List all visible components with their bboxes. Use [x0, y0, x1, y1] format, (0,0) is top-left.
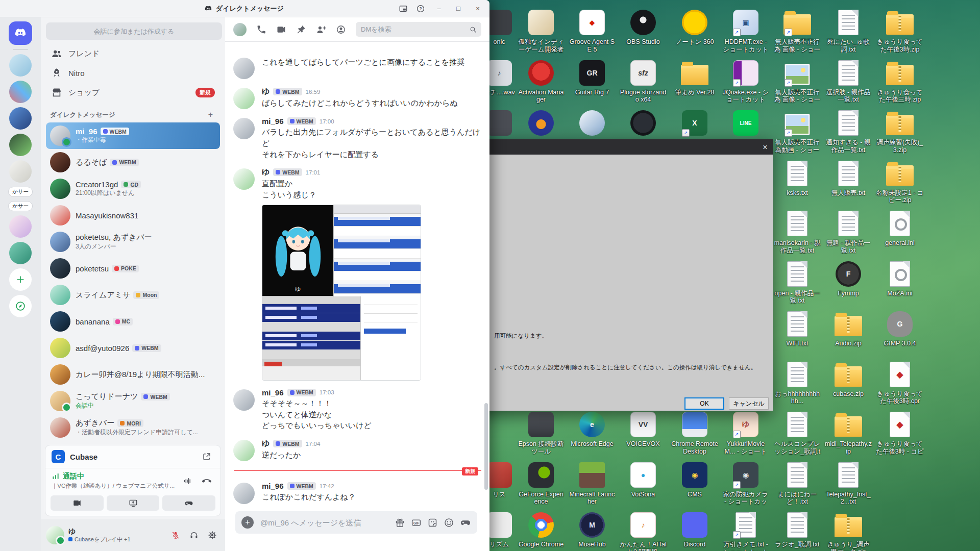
desktop-icon[interactable]: Chrome Remote Desktop — [670, 409, 719, 460]
desktop-icon[interactable]: Telepathy_Inst_2...txt — [824, 460, 873, 510]
message-avatar[interactable] — [233, 168, 255, 190]
desktop-icon[interactable]: 無人販売不正行為 画像 - ショートカッ... — [773, 7, 822, 58]
dm-item[interactable]: mi_96 WEBM ・作業中毒 — [46, 122, 220, 149]
close-button[interactable]: × — [469, 2, 486, 15]
message-author[interactable]: mi_96 — [262, 388, 284, 397]
dialog-close-button[interactable]: × — [757, 139, 773, 155]
sidebar-item-shop[interactable]: ショップ 新規 — [46, 83, 220, 102]
conversation-search-input[interactable] — [46, 22, 222, 40]
desktop-icon[interactable]: 選択肢 - 親作品一覧.txt — [824, 58, 873, 108]
discord-titlebar[interactable]: ダイレクトメッセージ ? – □ × — [0, 0, 489, 17]
message-author[interactable]: mi_96 — [262, 482, 284, 490]
desktop-icon[interactable]: general.ini — [875, 208, 924, 259]
dm-item[interactable]: スライムアミサ Moon — [46, 282, 220, 308]
pip-icon[interactable] — [396, 3, 411, 15]
dm-item[interactable]: こってりドーナツ WEBM 会話中 — [46, 388, 220, 414]
desktop-icon[interactable]: Activation Manager — [517, 58, 566, 108]
screenshare-button[interactable] — [107, 495, 160, 511]
desktop-icon[interactable]: ● VoiSona — [619, 460, 668, 510]
desktop-icon[interactable]: きゅうり食ってた午後三時.zip — [875, 58, 924, 108]
dm-item[interactable]: るるそば WEBM — [46, 149, 220, 176]
message-avatar[interactable] — [233, 58, 255, 79]
message-input[interactable] — [259, 518, 389, 528]
sidebar-item-nitro[interactable]: Nitro — [46, 63, 220, 83]
apps-gamepad-icon[interactable] — [460, 517, 471, 528]
server-icon[interactable]: かサー — [8, 187, 33, 197]
desktop-icon[interactable]: 無人販売不正行為動画 - ショートカット — [773, 108, 822, 158]
desktop-icon[interactable]: JQuake.exe - ショートカット — [721, 58, 770, 108]
desktop-icon[interactable]: ksks.txt — [773, 158, 822, 209]
desktop-icon[interactable]: ヘルスコンプレッション_歌詞.txt — [773, 409, 822, 460]
attach-file-icon[interactable]: + — [241, 516, 254, 529]
desktop-icon[interactable]: F Fymmp — [824, 259, 873, 309]
message-author[interactable]: mi_96 — [262, 117, 284, 126]
start-call-icon[interactable] — [256, 24, 266, 35]
desktop-icon[interactable]: 無題 - 親作品一覧.txt — [824, 208, 873, 259]
desktop-icon[interactable]: Google Chrome — [517, 510, 566, 551]
settings-gear-icon[interactable] — [205, 528, 220, 542]
desktop-icon[interactable]: 万引きメモ.txt - ショートカット — [721, 510, 770, 551]
image-attachment[interactable]: ゆ — [262, 205, 421, 381]
pinned-messages-icon[interactable] — [296, 24, 306, 35]
dm-search-input[interactable] — [360, 25, 466, 34]
desktop-icon[interactable]: 名称未設定1 - コピー.zip — [875, 158, 924, 209]
add-friends-to-dm-icon[interactable] — [316, 24, 326, 35]
maximize-button[interactable]: □ — [450, 2, 467, 15]
desktop-icon[interactable]: GR Guitar Rig 7 — [568, 58, 617, 108]
dm-item[interactable]: bananana MC — [46, 308, 220, 335]
desktop-icon[interactable]: きゅうり食ってた午後3時.zip — [875, 7, 924, 58]
desktop-icon[interactable]: 孤独なインディーゲーム開発者の一生 — [517, 7, 566, 58]
server-icon[interactable] — [9, 81, 32, 103]
home-button[interactable] — [9, 21, 32, 45]
desktop-icon[interactable]: WIFI.txt — [773, 309, 822, 359]
soundboard-icon[interactable] — [180, 474, 195, 488]
desktop-icon[interactable]: ◆ Groove Agent SE 5 — [568, 7, 617, 58]
desktop-icon[interactable]: きゅうり_調声用データ.zip — [824, 510, 873, 551]
desktop-icon[interactable]: ラジオ_歌詞.txt — [773, 510, 822, 551]
desktop-icon[interactable]: Audio.zip — [824, 309, 873, 359]
gif-icon[interactable]: GIF — [411, 517, 422, 528]
ok-button[interactable]: OK — [684, 397, 724, 410]
chat-scrollbar[interactable] — [484, 403, 488, 490]
desktop-icon[interactable]: 死にたい_ゅ歌詞.txt — [824, 7, 873, 58]
dm-item[interactable]: Creator13gd GD 21:00以降はいません — [46, 176, 220, 202]
sticker-icon[interactable] — [427, 517, 438, 528]
message-avatar[interactable] — [233, 88, 255, 109]
message-author[interactable]: ゆ — [262, 439, 270, 448]
desktop-icon[interactable]: open - 親作品一覧.txt — [773, 259, 822, 309]
dm-search-box[interactable] — [356, 22, 481, 37]
mic-muted-icon[interactable] — [168, 528, 183, 542]
desktop-icon[interactable]: sfz Plogue sforzando x64 — [619, 58, 668, 108]
disconnect-call-icon[interactable] — [199, 474, 214, 488]
server-icon[interactable] — [9, 134, 32, 156]
desktop-icon[interactable]: MoZA.ini — [875, 259, 924, 309]
desktop-icon[interactable]: まにはにわーど！.txt — [773, 460, 822, 510]
emoji-icon[interactable] — [444, 517, 454, 528]
desktop-icon[interactable]: Minecraft Launcher — [568, 460, 617, 510]
create-dm-button[interactable]: + — [205, 110, 216, 119]
dm-item[interactable]: あずきバー MORI ・活動者様以外限定フレンド申請許可して... — [46, 414, 220, 441]
message-avatar[interactable] — [233, 483, 255, 504]
desktop-icon[interactable]: Discord — [670, 510, 719, 551]
desktop-icon[interactable]: 調声練習(失敗)_3.zip — [875, 108, 924, 158]
desktop-icon[interactable]: 通知すぎる - 親作品一覧.txt — [824, 108, 873, 158]
desktop-icon[interactable]: M MuseHub — [568, 510, 617, 551]
server-icon[interactable] — [9, 242, 32, 264]
server-icon[interactable] — [9, 215, 32, 238]
desktop-icon[interactable]: ♪ かんたん！AITalk 3 関西風 — [619, 510, 668, 551]
sidebar-item-friends[interactable]: フレンド — [46, 44, 220, 63]
message-author[interactable]: ゆ — [262, 167, 270, 177]
message-avatar[interactable] — [233, 440, 255, 461]
dm-item[interactable]: poketetsu POKE — [46, 255, 220, 282]
add-server-button[interactable] — [9, 268, 32, 291]
desktop-icon[interactable]: manisekarin - 親作品一覧.txt — [773, 208, 822, 259]
user-avatar[interactable] — [46, 526, 64, 544]
message-avatar[interactable] — [233, 118, 255, 139]
desktop-icon[interactable]: ◆ きゅうり食ってた午後3時 - コピー.cpr — [875, 409, 924, 460]
dm-item[interactable]: asdf@yuto0926 WEBM — [46, 335, 220, 361]
desktop-icon[interactable]: VV VOICEVOX — [619, 409, 668, 460]
desktop-icon[interactable]: G GIMP 3.0.4 — [875, 309, 924, 359]
server-icon[interactable] — [9, 54, 32, 77]
desktop-icon[interactable]: おっhhhhhhhhhhh... — [773, 359, 822, 410]
headphones-icon[interactable] — [186, 528, 202, 542]
